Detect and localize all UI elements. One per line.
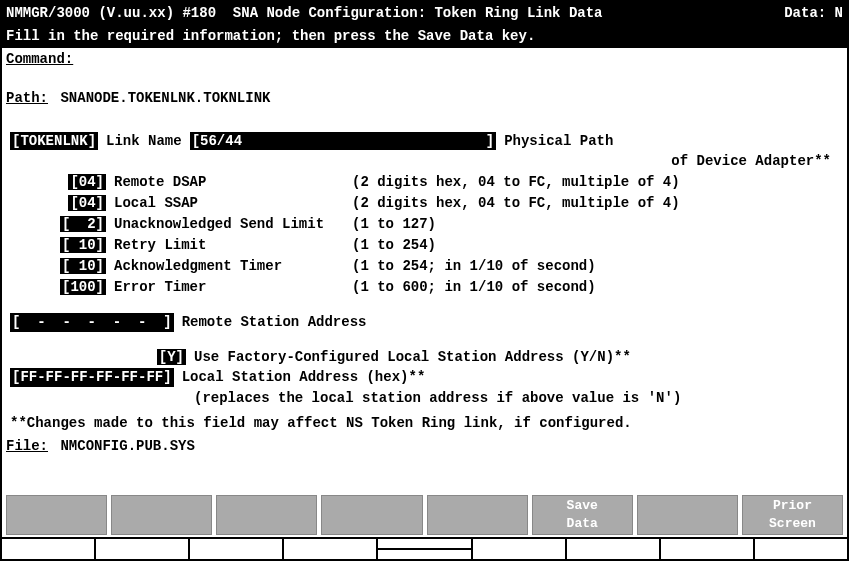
local-ssap-help: (2 digits hex, 04 to FC, multiple of 4) (352, 194, 680, 213)
err-timer-label: Error Timer (114, 278, 344, 297)
file-line: File: NMCONFIG.PUB.SYS (2, 435, 847, 458)
retry-field[interactable]: [ 10] (60, 237, 106, 253)
row-link-name: [TOKENLNK] Link Name [56/44 ] Physical P… (10, 132, 839, 151)
f3-key[interactable] (216, 495, 317, 535)
remote-dsap-help: (2 digits hex, 04 to FC, multiple of 4) (352, 173, 680, 192)
phys-desc2: of Device Adapter** (671, 152, 831, 171)
row-ack-timer: [ 10] Acknowledgment Timer (1 to 254; in… (10, 257, 839, 276)
use-factory-label: Use Factory-Configured Local Station Add… (194, 348, 631, 367)
bcell-7 (567, 539, 661, 559)
local-addr-field[interactable]: [FF-FF-FF-FF-FF-FF] (10, 368, 174, 387)
unack-help: (1 to 127) (352, 215, 436, 234)
bcell-8 (661, 539, 755, 559)
row-local-addr: [FF-FF-FF-FF-FF-FF] Local Station Addres… (10, 368, 839, 387)
retry-label: Retry Limit (114, 236, 344, 255)
bcell-3 (190, 539, 284, 559)
remote-addr-field[interactable]: [ - - - - - ] (10, 313, 174, 332)
local-ssap-field[interactable]: [04] (68, 195, 106, 211)
file-label: File: (6, 438, 48, 454)
bcell-1 (2, 539, 96, 559)
bcell-6 (473, 539, 567, 559)
title-text: NMMGR/3000 (V.uu.xx) #180 SNA Node Confi… (6, 4, 603, 23)
bottom-status-row (2, 537, 847, 559)
f5-key[interactable] (427, 495, 528, 535)
data-flag: Data: N (784, 4, 843, 23)
phys-desc1: Physical Path (504, 132, 613, 151)
title-bar: NMMGR/3000 (V.uu.xx) #180 SNA Node Confi… (2, 2, 847, 25)
function-key-row: Save Data Prior Screen (2, 495, 847, 535)
row-use-factory: [Y] Use Factory-Configured Local Station… (10, 348, 839, 367)
err-timer-field[interactable]: [100] (60, 279, 106, 295)
f1-key[interactable] (6, 495, 107, 535)
bcell-2 (96, 539, 190, 559)
row-phys-desc2: of Device Adapter** (10, 152, 839, 171)
link-name-label: Link Name (106, 132, 182, 151)
row-remote-addr: [ - - - - - ] Remote Station Address (10, 313, 839, 332)
f7-key[interactable] (637, 495, 738, 535)
ack-timer-help: (1 to 254; in 1/10 of second) (352, 257, 596, 276)
row-err-timer: [100] Error Timer (1 to 600; in 1/10 of … (10, 278, 839, 297)
remote-addr-label: Remote Station Address (182, 313, 367, 332)
command-label: Command: (6, 50, 73, 69)
local-addr-sub: (replaces the local station address if a… (194, 389, 681, 408)
local-addr-label: Local Station Address (hex)** (182, 368, 426, 387)
instruction-bar: Fill in the required information; then p… (2, 25, 847, 48)
note-line: **Changes made to this field may affect … (2, 412, 847, 435)
file-value: NMCONFIG.PUB.SYS (60, 438, 194, 454)
row-remote-dsap: [04] Remote DSAP (2 digits hex, 04 to FC… (10, 173, 839, 192)
row-local-ssap: [04] Local SSAP (2 digits hex, 04 to FC,… (10, 194, 839, 213)
path-value: SNANODE.TOKENLNK.TOKNLINK (60, 90, 270, 106)
bcell-5 (378, 539, 472, 559)
form-area: [TOKENLNK] Link Name [56/44 ] Physical P… (2, 126, 847, 413)
path-label: Path: (6, 90, 48, 106)
command-input[interactable] (77, 50, 843, 69)
save-data-key[interactable]: Save Data (532, 495, 633, 535)
unack-label: Unacknowledged Send Limit (114, 215, 344, 234)
bcell-4 (284, 539, 378, 559)
row-unack: [ 2] Unacknowledged Send Limit (1 to 127… (10, 215, 839, 234)
ack-timer-field[interactable]: [ 10] (60, 258, 106, 274)
f4-key[interactable] (321, 495, 422, 535)
physical-path-field[interactable]: [56/44 ] (190, 132, 496, 151)
command-line: Command: (2, 48, 847, 71)
row-retry: [ 10] Retry Limit (1 to 254) (10, 236, 839, 255)
remote-dsap-field[interactable]: [04] (68, 174, 106, 190)
f2-key[interactable] (111, 495, 212, 535)
prior-screen-key[interactable]: Prior Screen (742, 495, 843, 535)
link-name-field[interactable]: [TOKENLNK] (10, 132, 98, 151)
remote-dsap-label: Remote DSAP (114, 173, 344, 192)
bcell-9 (755, 539, 847, 559)
unack-field[interactable]: [ 2] (60, 216, 106, 232)
local-ssap-label: Local SSAP (114, 194, 344, 213)
row-local-addr-sub: (replaces the local station address if a… (10, 389, 839, 408)
err-timer-help: (1 to 600; in 1/10 of second) (352, 278, 596, 297)
path-line: Path: SNANODE.TOKENLNK.TOKNLINK (2, 87, 847, 110)
retry-help: (1 to 254) (352, 236, 436, 255)
use-factory-field[interactable]: [Y] (157, 349, 186, 365)
ack-timer-label: Acknowledgment Timer (114, 257, 344, 276)
